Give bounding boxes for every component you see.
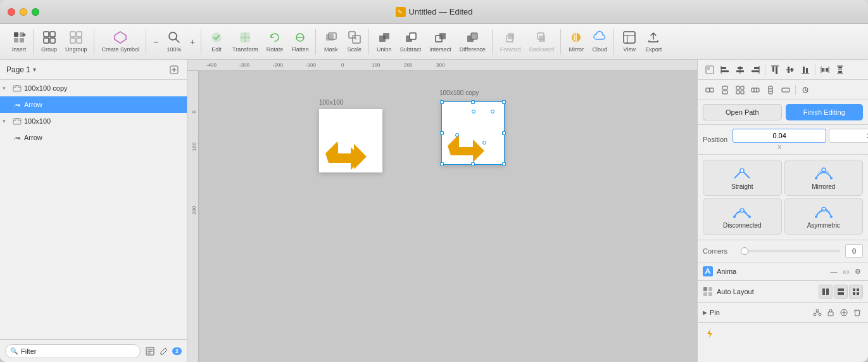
- svg-rect-90: [736, 91, 739, 94]
- edit-button[interactable]: Edit: [205, 28, 228, 55]
- auto-layout-grid3-button[interactable]: [849, 285, 863, 299]
- point-type-disconnected[interactable]: Disconnected: [703, 198, 782, 235]
- layer-group2-item[interactable]: ▾ 100x100: [0, 113, 187, 129]
- filter-input[interactable]: [5, 344, 141, 358]
- layer-arrow2-item[interactable]: Arrow: [0, 129, 187, 146]
- add-page-button[interactable]: [168, 63, 180, 76]
- svg-rect-31: [439, 33, 446, 39]
- position-y-wrap: Y: [829, 129, 868, 150]
- rt2-btn1[interactable]: [703, 83, 717, 97]
- distribute-h-button[interactable]: [818, 63, 832, 77]
- svg-rect-1: [14, 38, 18, 42]
- position-y-label: Y: [829, 144, 868, 150]
- union-button[interactable]: Union: [373, 28, 396, 55]
- group-icon: [13, 84, 22, 93]
- filter-layers-button[interactable]: [144, 346, 156, 357]
- finish-editing-button[interactable]: Finish Editing: [786, 104, 864, 120]
- create-symbol-button[interactable]: Create Symbol: [98, 28, 144, 55]
- intersect-button[interactable]: Intersect: [425, 28, 455, 55]
- svg-rect-123: [708, 292, 712, 296]
- maximize-button[interactable]: [32, 8, 39, 16]
- svg-rect-56: [721, 67, 726, 69]
- insert-label: Insert: [12, 46, 27, 53]
- export-label: Export: [645, 46, 662, 53]
- align-center-h-button[interactable]: [733, 63, 747, 77]
- svg-point-113: [815, 216, 817, 218]
- scale-button[interactable]: Scale: [343, 28, 366, 55]
- view-button[interactable]: View: [618, 28, 641, 55]
- pin-add-button[interactable]: [838, 307, 850, 318]
- mirrored-label: Mirrored: [812, 183, 835, 190]
- export-button[interactable]: Export: [641, 28, 665, 55]
- rotate-button[interactable]: Rotate: [263, 28, 287, 55]
- flatten-button[interactable]: Flatten: [287, 28, 313, 55]
- auto-layout-grid2-button[interactable]: [834, 285, 848, 299]
- canvas-area[interactable]: -400 -300 -200 -100 0 100 200 300 0 100 …: [187, 60, 697, 362]
- forward-button[interactable]: Forward: [496, 28, 525, 55]
- difference-button[interactable]: Difference: [456, 28, 489, 55]
- pin-node-button[interactable]: [812, 307, 823, 318]
- svg-rect-86: [722, 86, 727, 89]
- rt2-btn5[interactable]: [764, 83, 777, 97]
- align-right-button[interactable]: [748, 63, 762, 77]
- point-type-asymmetric[interactable]: Asymmetric: [784, 198, 864, 235]
- mask-button[interactable]: Mask: [320, 28, 343, 55]
- pin-delete-button[interactable]: [852, 307, 863, 318]
- align-left-button[interactable]: [718, 63, 732, 77]
- rt2-icon-btn[interactable]: [798, 83, 812, 97]
- point-type-straight[interactable]: Straight: [703, 160, 782, 196]
- toolbar-group-view: View Export: [615, 29, 668, 55]
- pin-lock-button[interactable]: [825, 307, 836, 318]
- close-button[interactable]: [8, 8, 15, 16]
- align-middle-v-button[interactable]: [783, 63, 797, 77]
- svg-point-102: [740, 169, 744, 172]
- filter-edit-button[interactable]: [158, 346, 170, 357]
- distribute-v-button[interactable]: [833, 63, 847, 77]
- anima-panel-button[interactable]: ▭: [841, 266, 851, 276]
- artboard-1[interactable]: [319, 109, 382, 172]
- layer-group-item[interactable]: ▾ 100x100 copy: [0, 80, 187, 96]
- position-x-input[interactable]: [733, 129, 826, 143]
- minimize-button[interactable]: [20, 8, 27, 16]
- zoom-in-button[interactable]: +: [187, 36, 198, 48]
- rt2-btn6[interactable]: [779, 83, 793, 97]
- anima-settings-button[interactable]: ⚙: [853, 266, 863, 276]
- subtract-button[interactable]: Subtract: [396, 28, 425, 55]
- group-button[interactable]: Group: [37, 28, 61, 55]
- layer-arrow-item[interactable]: Arrow: [0, 96, 187, 113]
- svg-rect-16: [241, 33, 249, 42]
- corners-value[interactable]: 0: [845, 244, 863, 258]
- svg-point-110: [740, 209, 744, 212]
- ruler-horizontal: -400 -300 -200 -100 0 100 200 300: [187, 60, 697, 71]
- position-y-input[interactable]: [829, 129, 868, 143]
- artboard-2[interactable]: [441, 101, 505, 165]
- disconnected-label: Disconnected: [723, 222, 762, 229]
- svg-point-103: [815, 177, 817, 179]
- cloud-button[interactable]: Cloud: [588, 28, 611, 55]
- backward-label: Backward: [529, 46, 555, 53]
- insert-button[interactable]: Insert: [8, 28, 30, 55]
- transform-button[interactable]: Transform: [229, 28, 262, 55]
- zoom-out-button[interactable]: −: [150, 36, 161, 48]
- open-path-button[interactable]: Open Path: [703, 104, 782, 120]
- backward-button[interactable]: Backward: [525, 28, 558, 55]
- corners-slider-thumb[interactable]: [741, 247, 748, 255]
- point-type-mirrored[interactable]: Mirrored: [784, 160, 864, 196]
- svg-rect-71: [803, 67, 805, 73]
- ungroup-button[interactable]: Ungroup: [61, 28, 91, 55]
- page-name-area[interactable]: Page 1 ▾: [6, 65, 36, 74]
- auto-layout-grid1-button[interactable]: [819, 285, 833, 299]
- mirror-button[interactable]: Mirror: [565, 28, 588, 55]
- transform-label: Transform: [232, 46, 258, 53]
- align-bottom-button[interactable]: [798, 63, 812, 77]
- scale-label: Scale: [348, 46, 362, 53]
- anima-minimize-button[interactable]: —: [829, 266, 839, 276]
- canvas-content[interactable]: 100x100 100x100 copy: [199, 71, 697, 362]
- corners-slider[interactable]: [741, 250, 840, 252]
- zoom-display[interactable]: 100%: [163, 28, 186, 55]
- page-selector[interactable]: Page 1 ▾: [0, 60, 187, 80]
- rt2-btn3[interactable]: [733, 83, 747, 97]
- rt2-btn2[interactable]: [718, 83, 732, 97]
- align-top-button[interactable]: [768, 63, 782, 77]
- rt2-btn4[interactable]: [748, 83, 762, 97]
